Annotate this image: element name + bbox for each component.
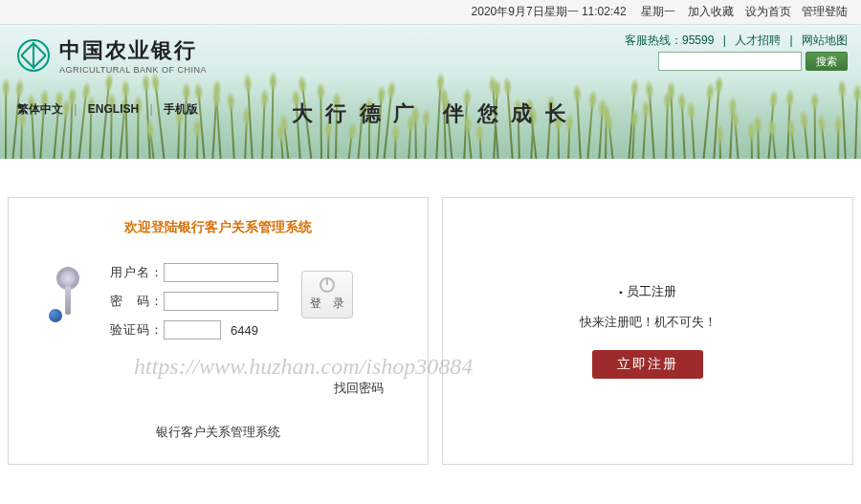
add-favorite-link[interactable]: 加入收藏 xyxy=(688,5,734,18)
login-button-label: 登 录 xyxy=(310,296,344,312)
password-input[interactable] xyxy=(164,292,278,311)
captcha-input[interactable] xyxy=(164,320,221,340)
logo-english: AGRICULTURAL BANK OF CHINA xyxy=(59,65,207,75)
register-subtitle: 快来注册吧！机不可失！ xyxy=(580,314,717,331)
register-panel: 员工注册 快来注册吧！机不可失！ 立即注册 xyxy=(442,197,853,465)
lang-traditional-link[interactable]: 繁体中文 xyxy=(17,102,63,116)
sitemap-link[interactable]: 网站地图 xyxy=(802,33,848,47)
logo-chinese: 中国农业银行 xyxy=(59,36,207,65)
key-icon xyxy=(45,267,91,322)
login-panel: 欢迎登陆银行客户关系管理系统 用户名： 登 录 密 码： xyxy=(8,197,429,465)
utility-links: 客服热线：95599 | 人才招聘 | 网站地图 xyxy=(625,33,848,49)
slogan-text: 大 行 德 广 伴 您 成 长 xyxy=(292,99,570,128)
system-name: 银行客户关系管理系统 xyxy=(28,424,408,441)
username-input[interactable] xyxy=(164,263,278,282)
set-homepage-link[interactable]: 设为首页 xyxy=(745,5,791,18)
weekday-text: 星期一 xyxy=(641,5,675,18)
hotline-text: 客服热线：95599 xyxy=(625,33,714,47)
top-bar: 2020年9月7日星期一 11:02:42 星期一 加入收藏 设为首页 管理登陆 xyxy=(0,0,861,25)
search-input[interactable] xyxy=(658,52,802,71)
search-button[interactable]: 搜索 xyxy=(806,52,848,71)
datetime-text: 2020年9月7日星期一 11:02:42 xyxy=(472,5,627,18)
captcha-code: 6449 xyxy=(231,323,258,338)
login-button[interactable]: 登 录 xyxy=(301,271,353,318)
search-area: 搜索 xyxy=(658,52,848,71)
content-area: 欢迎登陆银行客户关系管理系统 用户名： 登 录 密 码： xyxy=(0,159,861,474)
captcha-label: 验证码： xyxy=(108,321,164,339)
power-icon xyxy=(320,277,335,293)
register-button[interactable]: 立即注册 xyxy=(592,350,703,379)
admin-login-link[interactable]: 管理登陆 xyxy=(802,5,848,18)
forgot-password-link[interactable]: 找回密码 xyxy=(334,381,384,395)
abc-logo-icon xyxy=(17,39,50,72)
language-links: 繁体中文 | ENGLISH | 手机版 xyxy=(17,101,198,118)
logo-area: 中国农业银行 AGRICULTURAL BANK OF CHINA xyxy=(17,36,207,75)
username-label: 用户名： xyxy=(108,264,164,281)
header-banner: 中国农业银行 AGRICULTURAL BANK OF CHINA 客服热线：9… xyxy=(0,25,861,159)
register-title: 员工注册 xyxy=(619,283,676,300)
password-label: 密 码： xyxy=(108,293,164,310)
login-title: 欢迎登陆银行客户关系管理系统 xyxy=(28,219,408,236)
lang-english-link[interactable]: ENGLISH xyxy=(88,102,139,116)
lang-mobile-link[interactable]: 手机版 xyxy=(164,102,198,116)
recruit-link[interactable]: 人才招聘 xyxy=(735,33,781,47)
